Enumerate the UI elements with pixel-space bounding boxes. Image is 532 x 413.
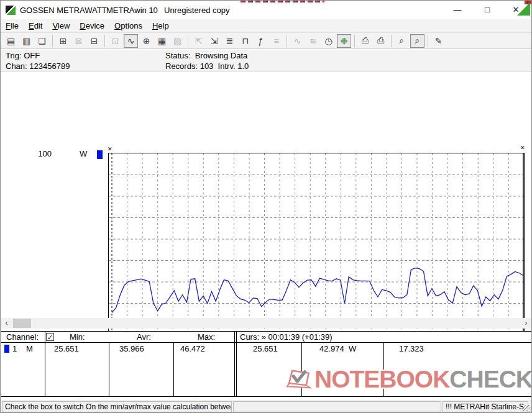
cursor-right-top-mark-icon[interactable]: ✕ [520,145,525,151]
save-icon[interactable]: ▤ [4,34,18,48]
toolbar-separator [287,35,287,47]
menu-item-options[interactable]: Options [109,20,147,32]
toolbar-separator [104,35,105,47]
interval-value: 1.0 [237,61,249,71]
zoom-pan-icon[interactable]: ⌕ [395,34,409,48]
export-transfer-icon: ⇱ [191,34,206,48]
table-view-icon[interactable]: ▦ [155,34,169,48]
chan-label: Chan: [6,61,27,71]
min-column-header: Min: [70,332,85,342]
toolbar-separator [188,35,188,47]
line-chart-view-icon[interactable]: ∿ [124,34,138,48]
cursor-unit: W [349,344,356,353]
status-message: Check the box to switch On the min/avr/m… [2,401,232,412]
zoom-select-icon[interactable]: ⌕ [410,34,424,48]
avr-column-header: Avr: [137,332,151,342]
status-value: Browsing Data [195,51,248,60]
device-memory-icon[interactable]: ⊟ [87,34,101,48]
menu-item-file[interactable]: File [1,20,24,32]
comment-icon[interactable]: ✎ [431,34,446,48]
table-divider [301,343,302,396]
print-preview-icon[interactable]: ⎙ [358,34,372,48]
interval-settings-icon[interactable]: ≣ [222,34,237,48]
status-label: Status: [165,51,190,60]
table-divider [234,332,235,396]
histogram-view-icon: ▨ [170,34,185,48]
print-icon[interactable]: ⎙ [374,34,388,48]
cursor-left-mark-icon[interactable]: ✕ [108,146,112,152]
info-panel: Trig: OFF Chan: 123456789 Status: Browsi… [1,50,531,72]
cursor-delta-value: 17.323 [399,344,424,353]
max-value: 46.472 [180,344,205,353]
app-logo-icon [6,6,16,15]
readout-table: Channel: ✓ Min: Avr: Max: Curs: » 00:01:… [1,331,532,397]
chan-status: Chan: 123456789 [6,61,70,71]
bug-monitor-icon[interactable]: ❉ [337,34,351,48]
table-divider [383,343,384,396]
channel-number: 1 [12,344,17,353]
metrawin-window: GOSSEN METRAWATT METRAwin 10 Unregistere… [0,0,532,413]
toolbar-separator [354,35,355,47]
table-divider [173,343,174,396]
title-bar: GOSSEN METRAWATT METRAwin 10 Unregistere… [1,1,531,19]
scrollbar-thumb[interactable] [13,319,31,328]
status-device-name: !!! METRAHit Starline-S [443,401,528,412]
cursor-left-value: 25.651 [253,344,278,353]
records-status: Records: 103 Intrv. 1.0 [165,61,249,71]
save-as-icon[interactable]: ▥ [19,34,34,48]
toolbar-corner-triangle-icon [517,2,530,16]
channel-column-header: Channel: [6,332,39,342]
trig-label: Trig: [6,51,22,60]
wave-dense-icon: ≋ [306,34,320,48]
device-read-icon[interactable]: ⊞ [56,34,70,48]
channel-row-marker [4,345,9,353]
scroll-left-arrow-icon[interactable]: ‹ [1,318,12,329]
menu-item-view[interactable]: View [47,20,75,32]
horizontal-scrollbar[interactable]: ‹ › [1,318,531,329]
table-divider [236,332,237,396]
cursor-column-header: Curs: » 00:01:39 (+01:39) [240,332,332,342]
menu-item-edit[interactable]: Edit [24,20,47,32]
maximize-button[interactable]: □ [473,1,502,19]
menu-bar: FileEditViewDeviceOptionsHelp [1,19,531,33]
max-column-header: Max: [198,332,215,342]
status-empty-pane [233,401,441,412]
open-folder-icon[interactable]: ❏ [35,34,49,48]
chart-area: 100 W 0 W ✕ ✕ ✕ HH:MM:SS 00:00:0000:00:2… [1,72,531,318]
records-label: Records: [165,61,198,71]
wave-single-icon: ∿ [290,34,305,48]
clock-icon[interactable]: ◷ [321,34,336,48]
device-clear-icon: ⊠ [71,34,86,48]
table-divider [109,343,109,396]
cursor-right-number: 42.974 [319,344,344,353]
scroll-right-arrow-icon[interactable]: › [521,318,531,329]
device-config-icon[interactable]: ⇲ [207,34,221,48]
chan-value: 123456789 [29,61,70,71]
menu-item-device[interactable]: Device [75,20,109,32]
toolbar-separator [428,35,428,47]
min-value: 25.651 [54,344,79,353]
table-divider [45,332,45,396]
menu-item-help[interactable]: Help [147,20,174,32]
y-axis-unit-top: W [80,149,87,158]
formula-icon[interactable]: ƒ [254,34,268,48]
title-app-name: GOSSEN METRAWATT [20,6,107,15]
monitor-icon[interactable]: ⊓ [238,34,252,48]
background-window-artifact [241,1,324,2]
y-axis-max-label: 100 [32,149,52,158]
avr-value: 35.966 [119,344,144,353]
channel-mode: M [26,344,33,353]
minmax-calc-checkbox[interactable]: ✓ [46,333,54,341]
trig-status: Trig: OFF [6,51,40,60]
cursor-right-value: 42.974 W [319,344,356,353]
numeric-display-icon: ⊡ [108,34,122,48]
records-value: 103 [200,61,214,71]
toolbar: ▤▥❏⊞⊠⊟⊡∿⊕▦▨⇱⇲≣⊓ƒ≡∿≋◷❉⎙⎙⌕⌕✎ [1,33,531,49]
title-product-name: METRAwin 10 [106,6,158,15]
minimize-button[interactable]: — [443,1,472,19]
title-unregistered: Unregistered copy [164,6,230,15]
toolbar-separator [391,35,392,47]
resize-grip[interactable] [523,405,531,413]
trig-value: OFF [24,51,40,60]
crosshair-view-icon[interactable]: ⊕ [139,34,154,48]
